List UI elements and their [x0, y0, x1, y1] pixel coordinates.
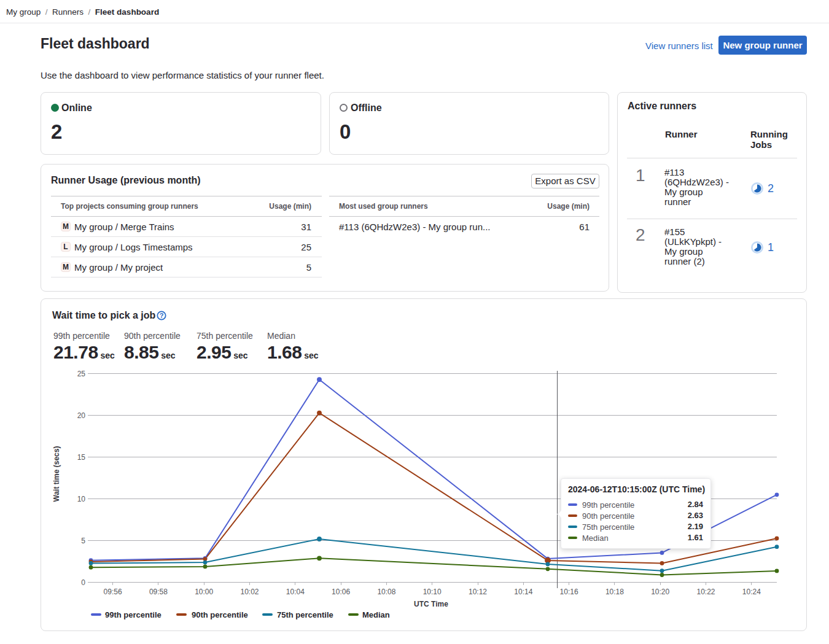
svg-text:10:22: 10:22 — [696, 588, 715, 596]
svg-text:10:12: 10:12 — [469, 588, 487, 596]
svg-text:10:20: 10:20 — [651, 588, 669, 596]
svg-text:09:56: 09:56 — [104, 588, 122, 596]
svg-text:5: 5 — [81, 537, 85, 545]
svg-text:10:06: 10:06 — [332, 588, 350, 596]
svg-text:10:10: 10:10 — [423, 588, 442, 596]
svg-text:UTC Time: UTC Time — [414, 600, 448, 608]
svg-text:10: 10 — [77, 495, 86, 503]
svg-text:15: 15 — [77, 453, 86, 462]
svg-text:10:00: 10:00 — [195, 588, 213, 596]
svg-text:10:18: 10:18 — [605, 588, 624, 596]
svg-text:10:24: 10:24 — [742, 588, 761, 596]
svg-text:10:08: 10:08 — [377, 588, 395, 596]
svg-text:10:14: 10:14 — [514, 588, 532, 596]
svg-text:10:16: 10:16 — [560, 588, 578, 596]
svg-text:25: 25 — [77, 370, 86, 378]
svg-text:10:02: 10:02 — [240, 588, 259, 596]
svg-text:09:58: 09:58 — [149, 588, 168, 596]
svg-text:20: 20 — [77, 411, 86, 420]
svg-text:0: 0 — [81, 578, 85, 587]
svg-text:10:04: 10:04 — [286, 588, 305, 596]
svg-text:Wait time (secs): Wait time (secs) — [52, 446, 61, 502]
